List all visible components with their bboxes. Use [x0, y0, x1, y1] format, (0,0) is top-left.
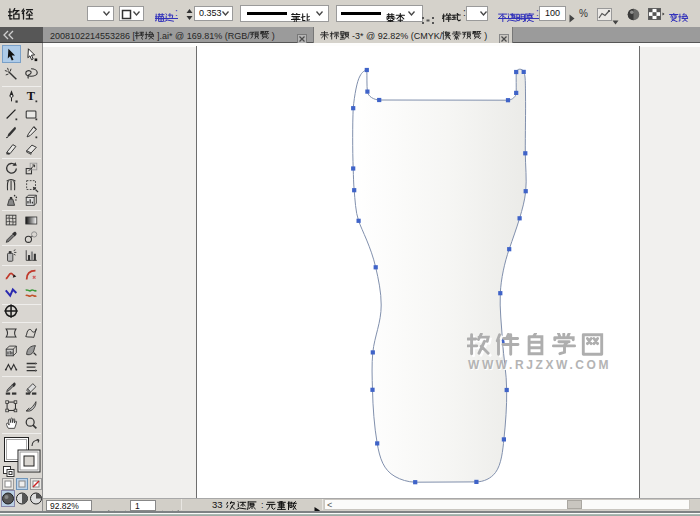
svg-text:T: T — [27, 89, 36, 103]
